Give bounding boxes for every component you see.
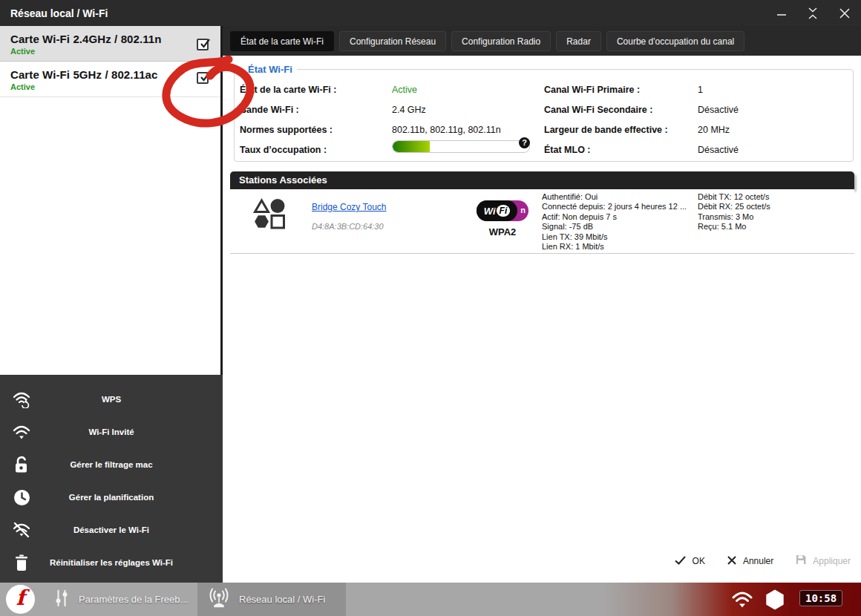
window-controls: [776, 7, 851, 19]
close-icon[interactable]: [839, 7, 851, 19]
field-value-bandwidth: 20 MHz: [698, 125, 730, 135]
menu-item-reinitialiser[interactable]: Réinitialiser les réglages Wi-Fi: [0, 546, 223, 579]
x-icon: [727, 555, 736, 567]
card-title: Carte Wi-Fi 5GHz / 802.11ac: [10, 68, 210, 81]
etat-wifi-legend: État Wi-Fi: [243, 64, 297, 75]
sliders-icon: [53, 589, 70, 610]
wifi-24ghz-checkbox[interactable]: [197, 39, 209, 50]
clock-icon: [12, 489, 31, 506]
tray-hexagon-icon[interactable]: [764, 589, 786, 614]
taskbar-item-reseau-local[interactable]: Réseau local / Wi-Fi: [197, 583, 346, 616]
field-value-band: 2.4 GHz: [392, 105, 426, 115]
wifi-icon: [12, 424, 31, 440]
menu-item-desactiver-wifi[interactable]: Désactiver le Wi-Fi: [0, 514, 223, 546]
trash-icon: [12, 554, 31, 571]
card-status: Active: [10, 82, 210, 91]
field-value-mlo: Désactivé: [698, 145, 739, 155]
menu-label: Réinitialiser les réglages Wi-Fi: [0, 558, 223, 567]
menu-label: Gérer le filtrage mac: [0, 460, 223, 469]
tray-wifi-icon[interactable]: [730, 590, 754, 612]
apply-button[interactable]: Appliquer: [796, 554, 851, 567]
field-label: Canal Wi-Fi Primaire :: [544, 85, 640, 95]
taskbar-item-label: Réseau local / Wi-Fi: [239, 594, 325, 605]
field-label: Bande Wi-Fi :: [240, 105, 299, 115]
card-wifi-5ghz[interactable]: Carte Wi-Fi 5GHz / 802.11ac Active: [0, 62, 220, 97]
station-stats-col1: Authentifié: Oui Connecté depuis: 2 jour…: [542, 192, 687, 252]
field-label: Normes supportées :: [240, 125, 333, 135]
menu-label: Désactiver le Wi-Fi: [0, 525, 223, 534]
wifi-actions-menu: WPS Wi-Fi Invité Gérer le filtrage mac: [0, 375, 223, 583]
taskbar-item-parametres[interactable]: Paramètres de la Freeb...: [43, 583, 198, 616]
wifi-cards-panel: Carte Wi-Fi 2.4GHz / 802.11n Active Cart…: [0, 26, 223, 375]
tab-configuration-radio[interactable]: Configuration Radio: [451, 31, 551, 51]
cancel-button[interactable]: Annuler: [727, 555, 773, 567]
station-row: Bridge Cozy Touch D4:8A:3B:CD:64:30 Wi F…: [230, 189, 854, 254]
broadcast-icon: [208, 588, 230, 611]
wifi-off-icon: [12, 522, 31, 539]
field-value-secondary-channel: Désactivé: [698, 105, 739, 115]
main-content: État Wi-Fi État de la carte Wi-Fi : Acti…: [223, 56, 861, 583]
freebox-logo[interactable]: f: [6, 585, 35, 614]
field-value-primary-channel: 1: [698, 85, 703, 95]
wifi-badge-fi: Fi: [497, 205, 511, 217]
tab-courbe-occupation[interactable]: Courbe d'occupation du canal: [606, 31, 744, 51]
wifi-n-badge: Wi Fi n: [477, 200, 528, 221]
field-label: État MLO :: [544, 145, 591, 155]
taskbar-item-label: Paramètres de la Freeb...: [79, 594, 188, 605]
minimize-icon[interactable]: [776, 8, 787, 19]
occupancy-progress-fill: [393, 141, 430, 152]
taskbar: f Paramètres de la Freeb... Réseau local…: [0, 583, 861, 616]
wifi-badge-wi: Wi: [484, 206, 496, 217]
tab-radar[interactable]: Radar: [556, 31, 601, 51]
menu-item-wps[interactable]: WPS: [0, 383, 223, 416]
station-name-link[interactable]: Bridge Cozy Touch: [312, 202, 387, 212]
taskbar-clock: 10:58: [799, 590, 842, 606]
window-title: Réseau local / Wi-Fi: [10, 7, 108, 19]
field-label: Taux d’occupation :: [240, 145, 327, 155]
card-title: Carte Wi-Fi 2.4GHz / 802.11n: [10, 33, 210, 45]
field-value-wifi-state: Active: [392, 85, 417, 95]
collapse-icon[interactable]: [808, 7, 818, 19]
field-label: Largeur de bande effective :: [544, 125, 668, 135]
station-security: WPA2: [477, 226, 528, 237]
menu-label: WPS: [0, 395, 223, 404]
wifi-badge-n: n: [520, 206, 526, 214]
field-label: État de la carte Wi-Fi :: [240, 85, 336, 95]
stations-header: Stations Associées: [230, 171, 854, 189]
title-bar: Réseau local / Wi-Fi: [0, 0, 861, 26]
menu-label: Gérer la planification: [0, 493, 223, 502]
menu-item-wifi-invite[interactable]: Wi-Fi Invité: [0, 416, 223, 448]
station-mac-address: D4:8A:3B:CD:64:30: [312, 222, 384, 231]
occupancy-progress-bar: [392, 140, 530, 153]
menu-item-planification[interactable]: Gérer la planification: [0, 481, 223, 514]
tab-etat-carte-wifi[interactable]: État de la carte Wi-Fi: [230, 31, 334, 51]
device-shapes-icon: [252, 197, 288, 233]
wifi-wps-icon: [12, 390, 31, 408]
card-wifi-24ghz[interactable]: Carte Wi-Fi 2.4GHz / 802.11n Active: [0, 26, 220, 62]
dialog-buttons: OK Annuler Appliquer: [675, 554, 851, 567]
ok-button[interactable]: OK: [675, 555, 705, 567]
field-label: Canal Wi-Fi Secondaire :: [544, 105, 652, 115]
station-stats-col2: Débit TX: 12 octet/s Débit RX: 25 octet/…: [698, 192, 770, 232]
card-status: Active: [10, 47, 210, 56]
check-icon: [675, 555, 686, 567]
tab-bar: État de la carte Wi-Fi Configuration Rés…: [223, 26, 861, 56]
field-value-norms: 802.11b, 802.11g, 802.11n: [392, 125, 501, 135]
wifi-5ghz-checkbox[interactable]: [197, 72, 209, 84]
help-icon[interactable]: ?: [519, 137, 530, 148]
lock-open-icon: [12, 456, 31, 474]
save-icon: [796, 554, 806, 567]
tab-configuration-reseau[interactable]: Configuration Réseau: [339, 31, 446, 51]
menu-label: Wi-Fi Invité: [0, 427, 223, 436]
menu-item-filtrage-mac[interactable]: Gérer le filtrage mac: [0, 448, 223, 481]
